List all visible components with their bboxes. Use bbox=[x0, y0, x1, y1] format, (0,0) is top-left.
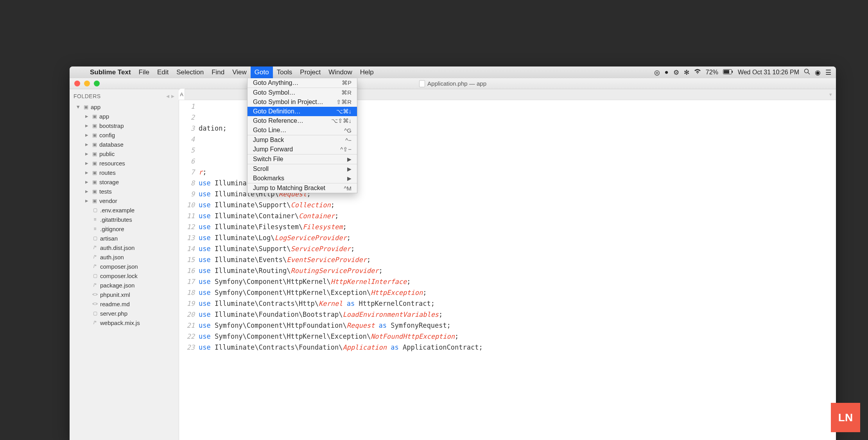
filetype-icon: ≡ bbox=[92, 226, 98, 232]
tab-dropdown-icon[interactable]: ▾ bbox=[829, 92, 832, 97]
sidebar-folder-config[interactable]: ▸▣config bbox=[70, 130, 179, 140]
folder-icon: ▣ bbox=[92, 123, 97, 129]
notification-center-icon[interactable]: ☰ bbox=[825, 68, 831, 77]
sidebar-folder-vendor[interactable]: ▸▣vendor bbox=[70, 196, 179, 205]
menu-item-bookmarks[interactable]: Bookmarks▶ bbox=[247, 174, 357, 183]
file-icon bbox=[419, 80, 425, 87]
battery-icon[interactable] bbox=[723, 68, 733, 76]
sidebar-file-phpunit-xml[interactable]: <>phpunit.xml bbox=[70, 290, 179, 299]
folder-icon: ▣ bbox=[92, 179, 97, 185]
folder-icon: ▣ bbox=[92, 170, 97, 176]
sidebar-file--gitignore[interactable]: ≡.gitignore bbox=[70, 224, 179, 233]
siri-icon[interactable]: ◉ bbox=[815, 68, 821, 77]
svg-point-3 bbox=[805, 69, 809, 73]
sidebar-folder-app[interactable]: ▸▣app bbox=[70, 111, 179, 121]
battery-percent: 72% bbox=[706, 69, 718, 76]
sidebar-folder-storage[interactable]: ▸▣storage bbox=[70, 177, 179, 187]
folder-label[interactable]: app bbox=[91, 104, 100, 110]
sidebar-file-readme-md[interactable]: <>readme.md bbox=[70, 299, 179, 309]
sidebar-file-composer-lock[interactable]: ▢composer.lock bbox=[70, 271, 179, 280]
svg-rect-2 bbox=[724, 70, 729, 74]
disclosure-triangle-icon[interactable]: ▸ bbox=[85, 131, 90, 138]
cloud-icon[interactable]: ● bbox=[665, 68, 669, 76]
menu-item-scroll[interactable]: Scroll▶ bbox=[247, 164, 357, 174]
disclosure-triangle-icon[interactable]: ▸ bbox=[85, 113, 90, 120]
folder-icon: ▣ bbox=[92, 132, 97, 138]
wifi-icon[interactable] bbox=[694, 68, 701, 76]
disclosure-triangle-icon[interactable]: ▸ bbox=[85, 141, 90, 148]
menu-window[interactable]: Window bbox=[325, 66, 356, 78]
disclosure-triangle-icon[interactable]: ▸ bbox=[85, 169, 90, 176]
menu-item-goto-anything[interactable]: Goto Anything…⌘P bbox=[247, 78, 357, 88]
active-tab[interactable]: A bbox=[179, 89, 185, 100]
sidebar-file-package-json[interactable]: /*package.json bbox=[70, 280, 179, 290]
menu-file[interactable]: File bbox=[135, 66, 153, 78]
filetype-icon: ≡ bbox=[92, 217, 98, 222]
app-name[interactable]: Sublime Text bbox=[86, 68, 135, 76]
sidebar-folder-bootstrap[interactable]: ▸▣bootstrap bbox=[70, 121, 179, 130]
sidebar-folder-public[interactable]: ▸▣public bbox=[70, 149, 179, 158]
menu-item-goto-definition[interactable]: Goto Definition…⌥⌘↓ bbox=[247, 107, 357, 116]
disclosure-triangle-icon[interactable]: ▾ bbox=[77, 103, 81, 110]
filetype-icon: ▢ bbox=[92, 235, 98, 241]
folder-icon: ▣ bbox=[92, 160, 97, 166]
logo-badge: LN bbox=[831, 403, 860, 432]
editor-window: Sublime Text FileEditSelectionFindViewGo… bbox=[70, 66, 836, 440]
sidebar-file-server-php[interactable]: ▢server.php bbox=[70, 309, 179, 318]
folder-icon: ▣ bbox=[92, 151, 97, 157]
filetype-icon: /* bbox=[92, 264, 98, 269]
docker-icon[interactable]: ⚙ bbox=[673, 68, 679, 77]
sidebar-file-auth-dist-json[interactable]: /*auth.dist.json bbox=[70, 243, 179, 252]
sidebar-folder-tests[interactable]: ▸▣tests bbox=[70, 187, 179, 196]
menu-item-jump-forward[interactable]: Jump Forward^⇧− bbox=[247, 145, 357, 154]
folder-icon: ▣ bbox=[92, 198, 97, 204]
menu-item-jump-to-matching-bracket[interactable]: Jump to Matching Bracket^M bbox=[247, 183, 357, 193]
sidebar-file--env-example[interactable]: ▢.env.example bbox=[70, 205, 179, 215]
disclosure-triangle-icon[interactable]: ▸ bbox=[85, 150, 90, 157]
filetype-icon: /* bbox=[92, 245, 98, 250]
folder-icon: ▣ bbox=[92, 189, 97, 194]
menu-tools[interactable]: Tools bbox=[273, 66, 296, 78]
menu-item-goto-symbol[interactable]: Goto Symbol…⌘R bbox=[247, 88, 357, 97]
folder-tree: ▾▣app▸▣app▸▣bootstrap▸▣config▸▣database▸… bbox=[70, 102, 179, 330]
sidebar-file--gitattributes[interactable]: ≡.gitattributes bbox=[70, 215, 179, 224]
filetype-icon: /* bbox=[92, 282, 98, 288]
sidebar-folder-routes[interactable]: ▸▣routes bbox=[70, 168, 179, 177]
sidebar: FOLDERS ◂ ▸ ▾▣app▸▣app▸▣bootstrap▸▣confi… bbox=[70, 89, 179, 440]
filetype-icon: ▢ bbox=[92, 207, 98, 213]
close-window-button[interactable] bbox=[74, 81, 80, 86]
sidebar-file-webpack-mix-js[interactable]: /*webpack.mix.js bbox=[70, 318, 179, 327]
menu-find[interactable]: Find bbox=[208, 66, 228, 78]
disclosure-triangle-icon[interactable]: ▸ bbox=[85, 188, 90, 195]
spotlight-icon[interactable] bbox=[804, 68, 810, 77]
menu-help[interactable]: Help bbox=[356, 66, 378, 78]
sidebar-nav-arrows[interactable]: ◂ ▸ bbox=[166, 92, 175, 100]
sidebar-file-composer-json[interactable]: /*composer.json bbox=[70, 262, 179, 271]
disclosure-triangle-icon[interactable]: ▸ bbox=[85, 160, 90, 167]
sidebar-folder-resources[interactable]: ▸▣resources bbox=[70, 158, 179, 168]
menu-project[interactable]: Project bbox=[296, 66, 325, 78]
menu-item-goto-reference[interactable]: Goto Reference…⌥⇧⌘↓ bbox=[247, 116, 357, 126]
clock[interactable]: Wed Oct 31 10:26 PM bbox=[738, 69, 799, 76]
sync-icon[interactable]: ✻ bbox=[684, 68, 689, 77]
filetype-icon: /* bbox=[92, 254, 98, 260]
minimize-window-button[interactable] bbox=[84, 81, 90, 86]
menu-edit[interactable]: Edit bbox=[153, 66, 172, 78]
sidebar-folder-database[interactable]: ▸▣database bbox=[70, 140, 179, 149]
sidebar-file-auth-json[interactable]: /*auth.json bbox=[70, 252, 179, 262]
menu-item-switch-file[interactable]: Switch File▶ bbox=[247, 154, 357, 164]
disclosure-triangle-icon[interactable]: ▸ bbox=[85, 197, 90, 204]
menu-goto[interactable]: Goto bbox=[251, 66, 273, 78]
menu-item-goto-symbol-in-project[interactable]: Goto Symbol in Project…⇧⌘R bbox=[247, 97, 357, 107]
menu-item-goto-line[interactable]: Goto Line…^G bbox=[247, 126, 357, 135]
disclosure-triangle-icon[interactable]: ▸ bbox=[85, 178, 90, 185]
menu-item-jump-back[interactable]: Jump Back^− bbox=[247, 135, 357, 145]
maximize-window-button[interactable] bbox=[94, 81, 100, 86]
line-gutter: 1234567891011121314151617181920212223 bbox=[179, 100, 199, 440]
sidebar-file-artisan[interactable]: ▢artisan bbox=[70, 233, 179, 243]
menu-view[interactable]: View bbox=[228, 66, 251, 78]
menubar: Sublime Text FileEditSelectionFindViewGo… bbox=[70, 66, 836, 78]
creative-cloud-icon[interactable]: ◎ bbox=[654, 68, 660, 77]
disclosure-triangle-icon[interactable]: ▸ bbox=[85, 122, 90, 129]
menu-selection[interactable]: Selection bbox=[172, 66, 208, 78]
